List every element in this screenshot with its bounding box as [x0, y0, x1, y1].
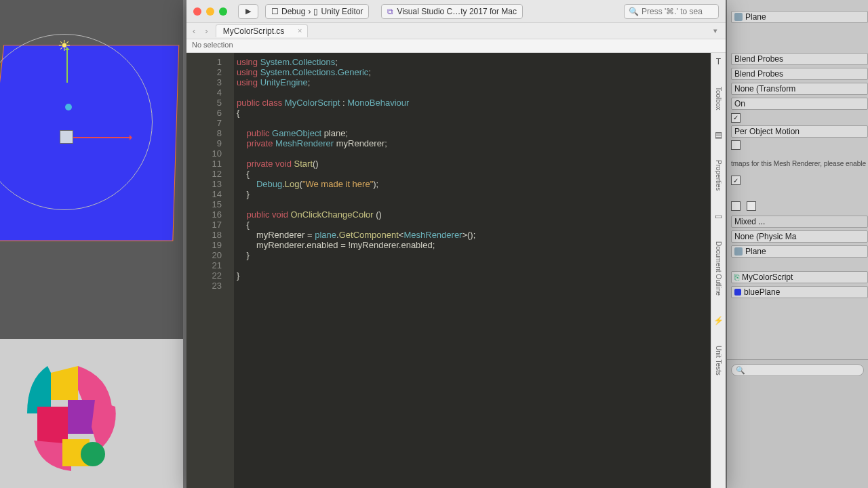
target-icon: ▯ — [313, 7, 318, 16]
window-title: ⧉ Visual Studio C…ty 2017 for Mac — [381, 4, 523, 19]
script-icon: ⎘ — [734, 272, 739, 282]
device-icon: ☐ — [271, 7, 279, 16]
cooking-options-field[interactable]: Mixed ... — [731, 216, 868, 228]
code-editor[interactable]: using System.Collections;using System.Co… — [234, 53, 711, 488]
physic-material-field[interactable]: None (Physic Ma — [731, 230, 868, 243]
lightmap-hint: tmaps for this Mesh Renderer, please ena… — [727, 159, 868, 169]
light-probes-value: Blend Probes — [734, 54, 783, 64]
breadcrumb-label: No selection — [192, 41, 233, 49]
line-gutter: 1234567891011121314151617181920212223 — [186, 53, 234, 488]
mesh-icon — [734, 13, 743, 21]
mesh-ref-value: Plane — [745, 247, 766, 256]
tab-close-button[interactable]: × — [298, 26, 302, 35]
material-ref-value: bluePlane — [744, 287, 780, 297]
gizmo-y-axis[interactable] — [66, 49, 68, 83]
breadcrumb[interactable]: No selection — [186, 39, 726, 53]
chevron-right-icon: › — [308, 7, 311, 16]
cast-shadows-value: On — [734, 99, 745, 108]
global-search[interactable]: 🔍 Press '⌘.' to sea — [624, 4, 719, 19]
gizmo-x-axis[interactable] — [66, 137, 131, 138]
unit-tests-tab[interactable]: Unit Tests — [715, 346, 722, 375]
close-button[interactable] — [193, 7, 201, 16]
editor-area: 1234567891011121314151617181920212223 us… — [186, 53, 726, 488]
search-placeholder: Press '⌘.' to sea — [642, 7, 703, 16]
reflection-probes-value: Blend Probes — [734, 69, 783, 79]
mesh-field-value: Plane — [745, 12, 766, 22]
unity-inspector[interactable]: Plane Blend Probes Blend Probes None (Tr… — [727, 0, 868, 488]
tab-mycolorscript[interactable]: MyColorScript.cs× — [216, 24, 309, 37]
run-configuration[interactable]: ☐ Debug › ▯ Unity Editor — [265, 4, 369, 19]
lightmap-static-checkbox[interactable] — [731, 140, 741, 150]
nav-forward-button[interactable]: › — [203, 26, 210, 36]
minimize-button[interactable] — [206, 7, 214, 16]
reflection-probes-field[interactable]: Blend Probes — [731, 68, 868, 80]
maximize-button[interactable] — [219, 7, 227, 16]
nav-back-button[interactable]: ‹ — [191, 26, 197, 36]
search-icon: 🔍 — [629, 7, 639, 16]
material-ref-field[interactable]: bluePlane — [731, 286, 868, 298]
tab-bar: ‹ › MyColorScript.cs× ▾ — [186, 23, 726, 39]
unity-scene-view[interactable]: ☀ — [0, 0, 183, 339]
unity-preview-panel: 🔍 — [727, 359, 868, 488]
search-icon: 🔍 — [736, 366, 745, 375]
vs-logo-icon: ⧉ — [387, 7, 393, 16]
light-probes-field[interactable]: Blend Probes — [731, 53, 868, 65]
checkbox-b[interactable] — [747, 201, 756, 211]
gizmo-z-dot[interactable] — [65, 104, 72, 110]
script-ref-value: MyColorScript — [742, 272, 793, 282]
dynamic-occluded-checkbox[interactable]: ✓ — [731, 176, 741, 185]
titlebar: ▶ ☐ Debug › ▯ Unity Editor ⧉ Visual Stud… — [186, 0, 726, 23]
target-label: Unity Editor — [321, 7, 363, 16]
svg-point-3 — [81, 442, 105, 466]
cooking-options-value: Mixed ... — [734, 217, 765, 226]
window-controls — [193, 7, 227, 16]
side-panel-tabs: T Toolbox ▤ Properties ▭ Document Outlin… — [711, 53, 726, 488]
config-label: Debug — [281, 7, 305, 16]
receive-shadows-checkbox[interactable]: ✓ — [731, 113, 741, 123]
cast-shadows-field[interactable]: On — [731, 98, 868, 110]
physic-material-value: None (Physic Ma — [734, 232, 796, 241]
properties-icon: ▤ — [715, 130, 722, 140]
visual-studio-window: ▶ ☐ Debug › ▯ Unity Editor ⧉ Visual Stud… — [186, 0, 726, 488]
mesh-ref-field[interactable]: Plane — [731, 245, 868, 258]
tab-overflow-button[interactable]: ▾ — [713, 26, 722, 35]
toolbox-tab[interactable]: Toolbox — [715, 87, 722, 110]
gizmo-center-handle[interactable] — [60, 130, 73, 144]
script-ref-field[interactable]: ⎘MyColorScript — [731, 271, 868, 283]
unit-tests-icon: ⚡ — [713, 316, 724, 325]
svg-rect-1 — [68, 400, 95, 434]
document-outline-icon: ▭ — [715, 211, 722, 221]
toolbox-icon: T — [716, 57, 721, 66]
window-title-label: Visual Studio C…ty 2017 for Mac — [397, 7, 517, 16]
document-outline-tab[interactable]: Document Outline — [715, 241, 722, 296]
play-icon: ▶ — [245, 7, 251, 16]
motion-vectors-field[interactable]: Per Object Motion — [731, 125, 868, 138]
material-swatch-icon — [734, 289, 741, 296]
video-logo — [14, 359, 129, 474]
mesh-field[interactable]: Plane — [731, 11, 868, 23]
run-button[interactable]: ▶ — [238, 4, 258, 19]
anchor-override-field[interactable]: None (Transform — [731, 83, 868, 95]
project-search[interactable]: 🔍 — [731, 364, 864, 376]
anchor-value: None (Transform — [734, 84, 795, 94]
svg-rect-0 — [37, 407, 68, 444]
tab-label: MyColorScript.cs — [223, 26, 285, 36]
properties-tab[interactable]: Properties — [715, 160, 722, 191]
checkbox-a[interactable] — [731, 201, 741, 211]
mesh-icon — [734, 247, 743, 256]
motion-vectors-value: Per Object Motion — [734, 127, 800, 136]
